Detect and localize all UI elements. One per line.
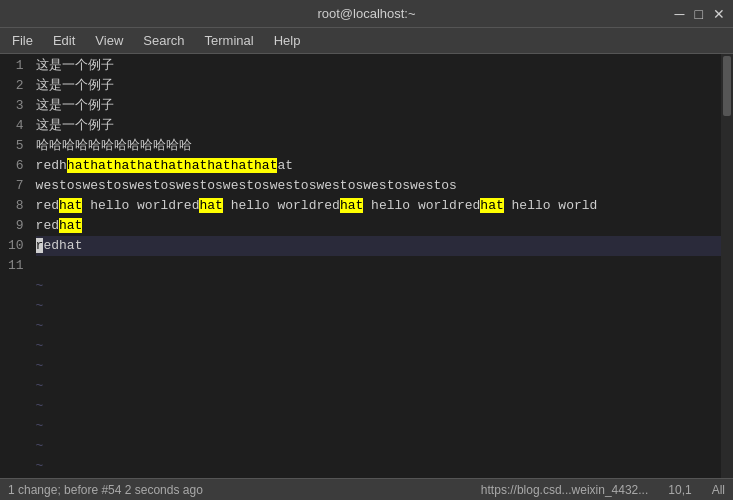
code-line-2: 这是一个例子 <box>36 76 721 96</box>
scrollbar[interactable] <box>721 54 733 478</box>
tilde-4: ~ <box>36 336 721 356</box>
tilde-9: ~ <box>36 436 721 456</box>
code-line-1: 这是一个例子 <box>36 56 721 76</box>
window-title: root@localhost:~ <box>317 6 415 21</box>
code-line-10: redhat <box>36 236 721 256</box>
menu-help[interactable]: Help <box>266 31 309 50</box>
status-mode: All <box>712 483 725 497</box>
tilde-7: ~ <box>36 396 721 416</box>
line-num-t6 <box>8 376 24 396</box>
status-bar: 1 change; before #54 2 seconds ago https… <box>0 478 733 500</box>
menu-edit[interactable]: Edit <box>45 31 83 50</box>
code-line-4: 这是一个例子 <box>36 116 721 136</box>
line-num-5: 5 <box>8 136 24 156</box>
line-num-4: 4 <box>8 116 24 136</box>
highlight-hat-8d: hat <box>480 198 503 213</box>
line-num-t5 <box>8 356 24 376</box>
line-num-1: 1 <box>8 56 24 76</box>
code-line-11 <box>36 256 721 276</box>
line-num-7: 7 <box>8 176 24 196</box>
code-line-9: redhat <box>36 216 721 236</box>
highlight-hat-9: hat <box>59 218 82 233</box>
line-num-9: 9 <box>8 216 24 236</box>
menu-bar: File Edit View Search Terminal Help <box>0 28 733 54</box>
tilde-1: ~ <box>36 276 721 296</box>
code-area[interactable]: 这是一个例子 这是一个例子 这是一个例子 这是一个例子 哈哈哈哈哈哈哈哈哈哈哈哈… <box>32 54 721 478</box>
tilde-6: ~ <box>36 376 721 396</box>
line-num-2: 2 <box>8 76 24 96</box>
highlight-hat-8c: hat <box>340 198 363 213</box>
line-num-11: 11 <box>8 256 24 276</box>
line-num-t9 <box>8 436 24 456</box>
status-url: https://blog.csd...weixin_4432... <box>481 483 648 497</box>
code-line-8: redhat hello worldredhat hello worldredh… <box>36 196 721 216</box>
line-num-t4 <box>8 336 24 356</box>
status-change: 1 change; before #54 2 seconds ago <box>8 483 203 497</box>
cursor: r <box>36 238 44 253</box>
title-bar: root@localhost:~ ─ □ ✕ <box>0 0 733 28</box>
highlight-hat-8a: hat <box>59 198 82 213</box>
scrollbar-thumb[interactable] <box>723 56 731 116</box>
line-num-t1 <box>8 276 24 296</box>
code-line-7: westoswestoswestoswestoswestoswestoswest… <box>36 176 721 196</box>
line-num-t3 <box>8 316 24 336</box>
status-position: 10,1 <box>668 483 691 497</box>
window-controls: ─ □ ✕ <box>675 7 725 21</box>
minimize-button[interactable]: ─ <box>675 7 685 21</box>
editor: 1 2 3 4 5 6 7 8 9 10 11 这是一个例子 这是一个例子 这是… <box>0 54 733 478</box>
line-num-10: 10 <box>8 236 24 256</box>
tilde-5: ~ <box>36 356 721 376</box>
line-numbers: 1 2 3 4 5 6 7 8 9 10 11 <box>0 54 32 478</box>
menu-terminal[interactable]: Terminal <box>197 31 262 50</box>
line-num-t7 <box>8 396 24 416</box>
line-num-8: 8 <box>8 196 24 216</box>
line-num-t10 <box>8 456 24 476</box>
status-right: https://blog.csd...weixin_4432... 10,1 A… <box>481 483 725 497</box>
highlight-hat-6: hathathathathathathathathat <box>67 158 278 173</box>
line-num-6: 6 <box>8 156 24 176</box>
tilde-2: ~ <box>36 296 721 316</box>
close-button[interactable]: ✕ <box>713 7 725 21</box>
line-num-t2 <box>8 296 24 316</box>
menu-search[interactable]: Search <box>135 31 192 50</box>
highlight-hat-8b: hat <box>199 198 222 213</box>
line-num-3: 3 <box>8 96 24 116</box>
tilde-3: ~ <box>36 316 721 336</box>
menu-view[interactable]: View <box>87 31 131 50</box>
line-num-t8 <box>8 416 24 436</box>
menu-file[interactable]: File <box>4 31 41 50</box>
code-line-6: redhhathathathathathathathathatat <box>36 156 721 176</box>
code-line-5: 哈哈哈哈哈哈哈哈哈哈哈哈 <box>36 136 721 156</box>
maximize-button[interactable]: □ <box>695 7 703 21</box>
tilde-10: ~ <box>36 456 721 476</box>
code-line-3: 这是一个例子 <box>36 96 721 116</box>
tilde-8: ~ <box>36 416 721 436</box>
